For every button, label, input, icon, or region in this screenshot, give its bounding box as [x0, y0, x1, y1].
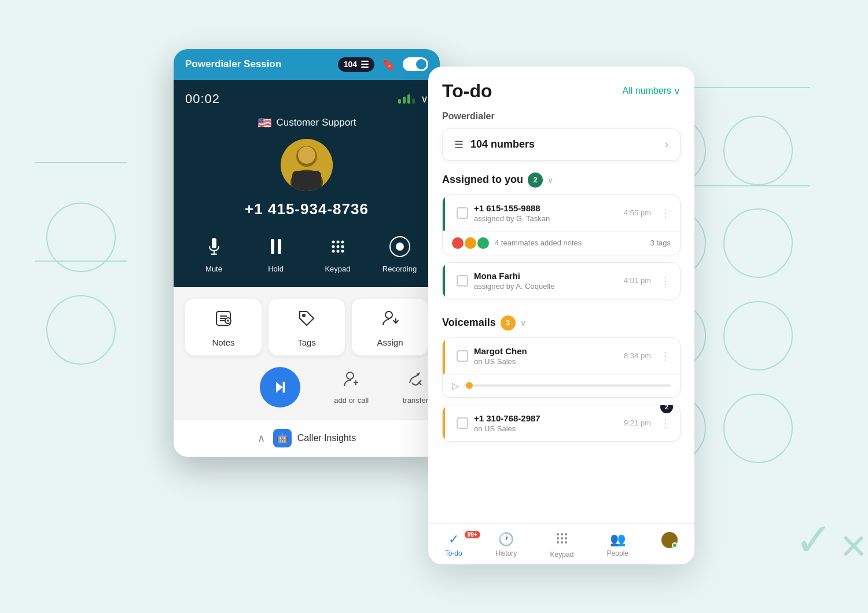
pd-avatar-container: [185, 139, 428, 191]
svg-point-22: [385, 311, 392, 318]
avatar-image: [281, 139, 333, 191]
assigned-badge: 2: [528, 172, 543, 188]
voicemail-play-row: ▷: [443, 374, 680, 397]
hold-button[interactable]: Hold: [247, 232, 304, 273]
notes-button[interactable]: Notes: [185, 299, 262, 355]
nav-keypad[interactable]: Keypad: [541, 530, 583, 561]
assign-icon: [381, 309, 399, 332]
tags-icon: [297, 309, 316, 332]
history-nav-label: History: [495, 549, 517, 557]
call-item-notes: 4 teammates added notes 3 tags: [443, 231, 680, 255]
accent-bar-vm2: [443, 405, 445, 441]
vm-sub-1: on US Sales: [474, 357, 618, 366]
bottom-nav: ✓ 99+ To-do 🕐 History: [428, 523, 694, 564]
keypad-nav-icon: [556, 532, 568, 548]
chevron-down-icon[interactable]: ∨: [421, 93, 428, 105]
svg-point-33: [557, 541, 559, 544]
mute-label: Mute: [205, 265, 222, 273]
svg-rect-5: [212, 238, 216, 248]
add-or-call-label: add or call: [334, 396, 369, 405]
vm-time-1: 8:34 pm: [624, 351, 651, 360]
transfer-button[interactable]: transfer: [403, 370, 428, 405]
vm-name-1: Margot Chen: [474, 346, 618, 356]
more-options-icon-1[interactable]: ⋮: [660, 207, 671, 219]
call-name-2: Mona Farhi: [474, 271, 618, 281]
todo-header: To-do All numbers ∨: [428, 67, 694, 111]
pd-count-badge: 104 ☰: [338, 57, 374, 72]
vm-more-icon-2[interactable]: ⋮: [660, 417, 671, 430]
hold-icon: [262, 232, 290, 261]
svg-point-24: [347, 372, 354, 379]
note-avatar-3: [477, 237, 489, 249]
recording-button[interactable]: Recording: [371, 232, 428, 273]
pd-timer: 00:02: [185, 91, 220, 107]
voicemails-title: Voicemails: [442, 317, 496, 329]
vm-checkbox-2[interactable]: [457, 417, 468, 429]
powerdialer-panel: Powerdialer Session 104 ☰ 🔖 00:02 ∨: [174, 49, 440, 457]
call-time-2: 4:01 pm: [624, 276, 651, 285]
progress-bar[interactable]: [464, 384, 671, 387]
vm-time-2: 9:21 pm: [624, 419, 651, 427]
caller-insights-button[interactable]: ∧ 🤖 Caller Insights: [174, 419, 440, 457]
svg-point-29: [565, 533, 567, 535]
call-checkbox-2[interactable]: [457, 275, 468, 287]
people-icon: 👥: [610, 532, 626, 547]
assigned-title: Assigned to you: [442, 174, 523, 186]
list-icon: ☰: [454, 138, 464, 151]
accent-bar-2: [443, 263, 445, 299]
accent-bar: [443, 195, 445, 231]
svg-point-14: [336, 245, 339, 248]
vm-phone-2: +1 310-768-2987: [474, 413, 618, 423]
nav-todo[interactable]: ✓ 99+ To-do: [436, 530, 472, 561]
voicemails-chevron-icon[interactable]: ∨: [520, 318, 526, 328]
svg-point-3: [298, 146, 315, 164]
pd-header-right: 104 ☰ 🔖: [338, 57, 428, 72]
nav-people[interactable]: 👥 People: [598, 530, 638, 561]
nav-avatar[interactable]: [652, 530, 687, 561]
vm-more-icon-1[interactable]: ⋮: [660, 350, 671, 362]
powerdialer-item[interactable]: ☰ 104 numbers ›: [442, 129, 681, 161]
pd-phone-number: +1 415-934-8736: [185, 200, 428, 218]
note-text: 4 teammates added notes: [495, 238, 645, 247]
assign-button[interactable]: Assign: [352, 299, 428, 355]
play-button[interactable]: ▷: [452, 380, 459, 391]
call-phone-1: +1 615-155-9888: [474, 203, 618, 213]
more-options-icon-2[interactable]: ⋮: [660, 274, 671, 287]
svg-point-31: [561, 537, 563, 539]
accent-bar-vm1: [443, 338, 445, 374]
voicemail-item-1: Margot Chen on US Sales 8:34 pm ⋮ ▷: [442, 337, 681, 398]
hamburger-icon[interactable]: ☰: [361, 59, 369, 70]
all-numbers-dropdown[interactable]: All numbers ∨: [623, 86, 681, 97]
svg-rect-4: [292, 171, 321, 191]
next-button[interactable]: [260, 367, 300, 408]
svg-point-32: [565, 537, 567, 539]
keypad-button[interactable]: Keypad: [309, 232, 366, 273]
people-nav-label: People: [607, 549, 628, 557]
notes-icon: [214, 309, 233, 332]
svg-point-28: [561, 533, 563, 535]
add-or-call-button[interactable]: add or call: [334, 370, 369, 405]
note-avatar-1: [452, 237, 464, 249]
toggle-switch[interactable]: [403, 57, 428, 71]
svg-point-12: [341, 240, 344, 243]
section-chevron-icon[interactable]: ∨: [547, 175, 553, 185]
tags-button[interactable]: Tags: [269, 299, 345, 355]
mute-icon: [200, 232, 229, 261]
svg-point-11: [336, 240, 339, 243]
pd-secondary-controls: add or call transfer: [174, 367, 440, 419]
vm-checkbox-1[interactable]: [457, 350, 468, 362]
mute-button[interactable]: Mute: [185, 232, 242, 273]
online-status-dot: [672, 542, 678, 548]
assigned-item-2: Mona Farhi assigned by A. Coquelle 4:01 …: [442, 262, 681, 299]
voicemails-section-header: Voicemails 3 ∨: [442, 315, 681, 331]
todo-content: Powerdialer ☰ 104 numbers › Assigned to …: [428, 111, 694, 523]
recording-icon: [385, 232, 414, 261]
add-or-call-icon: [342, 370, 361, 392]
todo-badge: 99+: [465, 531, 480, 538]
pd-timer-row: 00:02 ∨: [185, 91, 428, 107]
transfer-icon: [406, 370, 425, 392]
nav-history[interactable]: 🕐 History: [486, 530, 526, 561]
svg-point-10: [332, 240, 334, 243]
bookmark-icon[interactable]: 🔖: [381, 57, 396, 71]
call-checkbox-1[interactable]: [457, 207, 468, 219]
